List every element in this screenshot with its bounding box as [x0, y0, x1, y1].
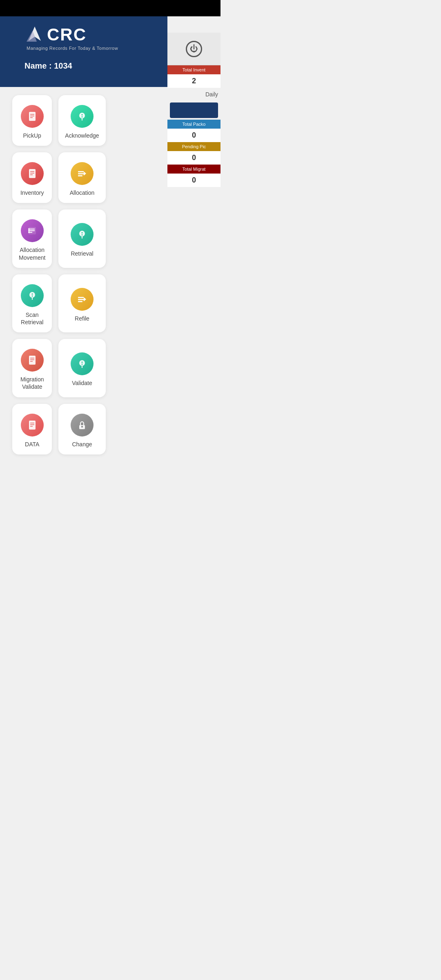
inventory-icon	[21, 162, 44, 185]
svg-point-27	[82, 232, 83, 234]
menu-grid: PickUp Acknowledge Inventory Allocation	[0, 87, 114, 463]
total-packo-value: 0	[167, 129, 220, 142]
pickup-icon	[21, 105, 44, 128]
svg-rect-10	[29, 169, 36, 178]
menu-label-refile: Refile	[75, 315, 89, 322]
svg-rect-35	[78, 301, 82, 302]
sidebar-header: CRC Managing Records For Today & Tomorro…	[0, 16, 167, 87]
menu-item-migration-validate[interactable]: Migration Validate	[12, 339, 52, 397]
menu-item-validate[interactable]: Validate	[58, 339, 105, 397]
menu-label-pickup: PickUp	[23, 132, 41, 139]
menu-label-data: DATA	[25, 441, 39, 448]
total-migrat-value: 0	[167, 174, 220, 187]
crc-logo-text: CRC	[47, 25, 87, 45]
menu-item-allocation[interactable]: Allocation	[58, 152, 105, 203]
menu-item-acknowledge[interactable]: Acknowledge	[58, 95, 105, 146]
refile-icon	[71, 288, 94, 311]
crc-wing-icon	[24, 24, 45, 45]
user-name-display: Name : 1034	[24, 61, 167, 79]
svg-point-43	[82, 362, 83, 363]
menu-item-refile[interactable]: Refile	[58, 274, 105, 332]
acknowledge-icon	[71, 105, 94, 128]
menu-label-change: Change	[72, 441, 92, 448]
main-layout: CRC Managing Records For Today & Tomorro…	[0, 16, 220, 463]
crc-subtitle: Managing Records For Today & Tomorrow	[27, 46, 118, 51]
menu-label-acknowledge: Acknowledge	[65, 132, 99, 139]
total-invent-header: Total Invent	[167, 65, 220, 74]
svg-rect-2	[29, 112, 36, 121]
menu-item-allocation-movement[interactable]: Allocation Movement	[12, 209, 52, 267]
allocation-icon	[71, 162, 94, 185]
daily-label: Daily	[167, 88, 220, 101]
menu-item-retrieval[interactable]: Retrieval	[58, 209, 105, 267]
logo-container: CRC	[24, 24, 87, 45]
power-button[interactable]: ⏻	[186, 41, 202, 57]
menu-label-retrieval: Retrieval	[71, 250, 93, 257]
change-icon	[71, 414, 94, 437]
scan-retrieval-icon	[21, 284, 44, 307]
svg-rect-33	[78, 297, 84, 298]
menu-label-allocation: Allocation	[70, 189, 95, 196]
svg-point-23	[28, 230, 30, 232]
menu-item-scan-retrieval[interactable]: Scan Retrieval	[12, 274, 52, 332]
svg-point-31	[31, 293, 33, 294]
left-content: CRC Managing Records For Today & Tomorro…	[0, 16, 167, 463]
svg-marker-36	[84, 297, 86, 301]
menu-item-change[interactable]: Change	[58, 404, 105, 454]
right-panel: ⏻ Total Invent 2 Daily Total Packo 0 Pen…	[167, 33, 220, 490]
retrieval-icon	[71, 223, 94, 246]
migration-validate-icon	[21, 349, 44, 372]
svg-rect-37	[29, 356, 36, 365]
menu-label-inventory: Inventory	[20, 189, 44, 196]
menu-label-validate: Validate	[72, 379, 92, 387]
svg-marker-17	[84, 172, 86, 176]
svg-point-8	[82, 114, 83, 116]
svg-point-24	[28, 232, 30, 233]
svg-rect-45	[29, 421, 36, 430]
menu-item-data[interactable]: DATA	[12, 404, 52, 454]
menu-label-allocation-movement: Allocation Movement	[19, 246, 45, 261]
pending-pic-header: Pending Pic	[167, 142, 220, 151]
logo-area: CRC Managing Records For Today & Tomorro…	[0, 16, 167, 55]
svg-point-22	[28, 228, 30, 230]
menu-item-inventory[interactable]: Inventory	[12, 152, 52, 203]
menu-label-scan-retrieval: Scan Retrieval	[19, 311, 45, 326]
dark-button[interactable]	[170, 102, 218, 118]
svg-rect-16	[78, 175, 82, 176]
svg-rect-14	[78, 171, 84, 172]
total-invent-value: 2	[167, 74, 220, 88]
svg-point-50	[81, 426, 83, 428]
total-packo-header: Total Packo	[167, 120, 220, 129]
pending-pic-value: 0	[167, 151, 220, 165]
total-migrat-header: Total Migrat	[167, 165, 220, 174]
power-button-area[interactable]: ⏻	[167, 33, 220, 65]
allocation-movement-icon	[21, 219, 44, 242]
menu-label-migration-validate: Migration Validate	[19, 376, 45, 390]
menu-item-pickup[interactable]: PickUp	[12, 95, 52, 146]
top-bar	[0, 0, 220, 16]
data-icon	[21, 414, 44, 437]
validate-icon	[71, 352, 94, 375]
